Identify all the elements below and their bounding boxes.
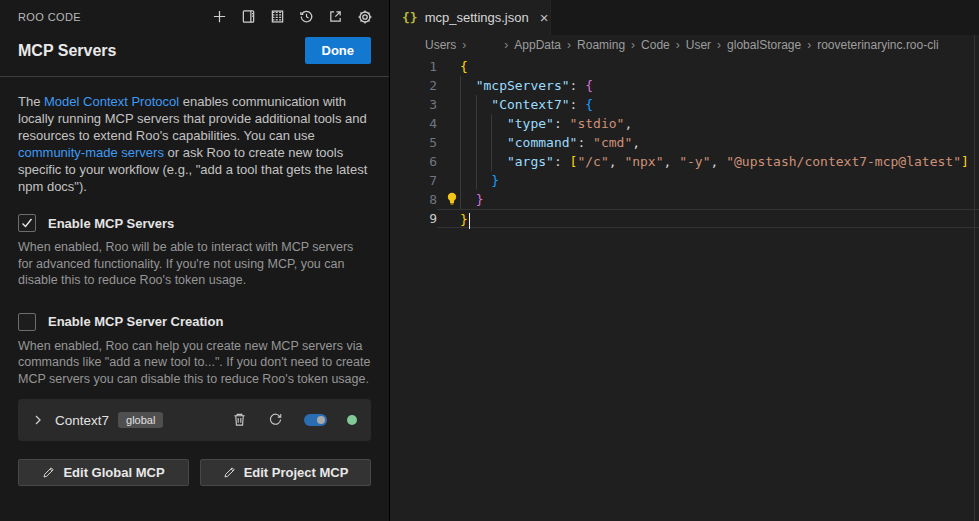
enable-mcp-servers-section: Enable MCP Servers When enabled, Roo wil… <box>18 214 371 289</box>
indent-guide <box>476 133 477 152</box>
scope-badge: global <box>118 412 163 428</box>
code-line[interactable]: 6 "args": ["/c", "npx", "-y", "@upstash/… <box>390 152 979 171</box>
code-line[interactable]: 9} <box>390 209 979 228</box>
enable-mcp-creation-section: Enable MCP Server Creation When enabled,… <box>18 313 371 388</box>
line-number: 9 <box>390 209 437 228</box>
panel-top-bar: ROO CODE <box>0 0 389 27</box>
breadcrumb-segment[interactable]: AppData <box>514 38 561 52</box>
code-line[interactable]: 8 } <box>390 190 979 209</box>
enable-mcp-creation-checkbox[interactable] <box>18 313 36 331</box>
indent-guide <box>460 95 461 114</box>
indent-guide <box>460 133 461 152</box>
mcp-protocol-link[interactable]: Model Context Protocol <box>44 94 179 109</box>
close-icon[interactable]: × <box>540 9 549 26</box>
code-line[interactable]: 1{ <box>390 57 979 76</box>
breadcrumb-separator: › <box>462 38 466 52</box>
code-lines: 1{2 "mcpServers": {3 "Context7": {4 "typ… <box>390 57 979 228</box>
breadcrumb-separator: › <box>807 38 811 52</box>
breadcrumb-segment[interactable]: User <box>686 38 711 52</box>
breadcrumb-separator: › <box>676 38 680 52</box>
breadcrumb-separator: › <box>717 38 721 52</box>
edit-project-mcp-button[interactable]: Edit Project MCP <box>200 459 371 486</box>
breadcrumb: Users››AppData›Roaming›Code›User›globalS… <box>390 35 979 55</box>
tab-label: mcp_settings.json <box>425 10 529 25</box>
indent-guide <box>476 114 477 133</box>
line-number: 3 <box>390 95 437 114</box>
trash-icon[interactable] <box>232 412 248 428</box>
breadcrumb-segment[interactable]: Code <box>641 38 670 52</box>
breadcrumb-separator: › <box>567 38 571 52</box>
line-number: 6 <box>390 152 437 171</box>
line-number: 1 <box>390 57 437 76</box>
line-number: 2 <box>390 76 437 95</box>
enable-mcp-servers-description: When enabled, Roo will be able to intera… <box>18 239 371 289</box>
server-status-dot <box>347 415 357 425</box>
line-number: 4 <box>390 114 437 133</box>
server-name: Context7 <box>55 413 109 428</box>
indent-guide <box>476 152 477 171</box>
text-cursor <box>469 213 471 229</box>
code-line[interactable]: 4 "type": "stdio", <box>390 114 979 133</box>
chevron-right-icon[interactable] <box>32 412 48 428</box>
code-area[interactable]: 1{2 "mcpServers": {3 "Context7": {4 "typ… <box>390 55 979 228</box>
enable-mcp-servers-checkbox[interactable] <box>18 214 36 232</box>
panel-body: The Model Context Protocol enables commu… <box>0 77 389 486</box>
json-braces-icon: {} <box>402 10 418 25</box>
indent-guide <box>460 76 461 95</box>
notepad-icon[interactable] <box>240 8 257 25</box>
code-line[interactable]: 2 "mcpServers": { <box>390 76 979 95</box>
mcp-server-row[interactable]: Context7 global <box>18 399 371 441</box>
intro-text: The Model Context Protocol enables commu… <box>18 93 371 195</box>
pencil-icon <box>42 466 55 479</box>
indent-guide <box>491 114 492 133</box>
server-icon[interactable] <box>269 8 286 25</box>
breadcrumb-segment[interactable]: globalStorage <box>727 38 801 52</box>
app-name: ROO CODE <box>18 11 81 23</box>
panel-header: MCP Servers Done <box>0 27 389 76</box>
line-number: 7 <box>390 171 437 190</box>
indent-guide <box>491 152 492 171</box>
code-line[interactable]: 7 } <box>390 171 979 190</box>
history-icon[interactable] <box>298 8 315 25</box>
popout-icon[interactable] <box>327 8 344 25</box>
indent-guide <box>460 152 461 171</box>
code-line[interactable]: 3 "Context7": { <box>390 95 979 114</box>
pencil-icon <box>223 466 236 479</box>
edit-global-mcp-button[interactable]: Edit Global MCP <box>18 459 189 486</box>
line-number: 5 <box>390 133 437 152</box>
indent-guide <box>460 190 461 209</box>
intro-pre: The <box>18 94 44 109</box>
enable-mcp-creation-description: When enabled, Roo can help you create ne… <box>18 338 371 388</box>
page-title: MCP Servers <box>18 42 116 60</box>
community-servers-link[interactable]: community-made servers <box>18 145 164 160</box>
scrollbar-edge[interactable] <box>974 35 975 521</box>
indent-guide <box>476 95 477 114</box>
enable-mcp-servers-label: Enable MCP Servers <box>48 216 174 231</box>
refresh-icon[interactable] <box>268 412 284 428</box>
plus-icon[interactable] <box>211 8 228 25</box>
editor-pane: {} mcp_settings.json × Users››AppData›Ro… <box>390 0 979 521</box>
breadcrumb-segment[interactable]: Roaming <box>577 38 625 52</box>
breadcrumb-separator: › <box>631 38 635 52</box>
server-enabled-toggle[interactable] <box>304 414 327 426</box>
breadcrumb-segment[interactable]: rooveterinaryinc.roo-cli <box>817 38 938 52</box>
indent-guide <box>491 133 492 152</box>
code-line[interactable]: 5 "command": "cmd", <box>390 133 979 152</box>
tab-mcp-settings[interactable]: {} mcp_settings.json × <box>390 0 551 35</box>
roo-code-panel: ROO CODE <box>0 0 390 521</box>
app-window: ROO CODE <box>0 0 979 521</box>
line-number: 8 <box>390 190 437 209</box>
panel-toolbar <box>211 8 373 25</box>
edit-buttons-row: Edit Global MCP Edit Project MCP <box>18 459 371 486</box>
breadcrumb-separator: › <box>504 38 508 52</box>
indent-guide <box>476 171 477 190</box>
indent-guide <box>460 114 461 133</box>
editor-tab-bar: {} mcp_settings.json × <box>390 0 979 35</box>
breadcrumb-segment[interactable]: Users <box>425 38 456 52</box>
indent-guide <box>460 171 461 190</box>
gear-icon[interactable] <box>356 8 373 25</box>
done-button[interactable]: Done <box>305 37 372 64</box>
enable-mcp-creation-label: Enable MCP Server Creation <box>48 314 223 329</box>
